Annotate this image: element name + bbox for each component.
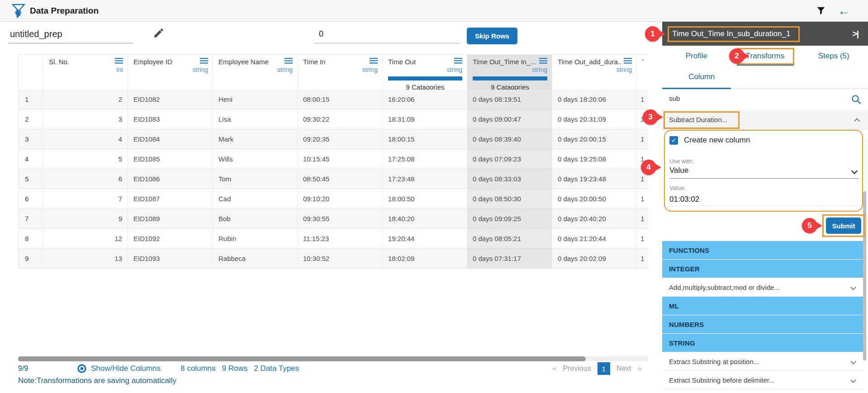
table-row[interactable]: 7 9 EID1089 Bob 09:30:55 18:40:20 0 days… xyxy=(19,209,648,229)
back-arrow-icon[interactable]: ← xyxy=(838,5,850,17)
rows-count[interactable]: 9 Rows xyxy=(222,364,248,373)
data-types-count[interactable]: 2 Data Types xyxy=(254,364,299,373)
tab-profile[interactable]: Profile xyxy=(662,46,731,66)
ti-clipped-cell: 1 xyxy=(637,249,648,269)
employee-name-cell: Lisa xyxy=(213,109,298,129)
transform-search-input[interactable]: sub xyxy=(669,95,680,102)
column-header-time-in[interactable]: Time In string xyxy=(298,55,383,93)
table-row[interactable]: 2 3 EID1083 Lisa 09:30:22 18:31:09 0 day… xyxy=(19,109,648,129)
value-input[interactable]: 01:03:02 xyxy=(669,193,859,206)
table-row[interactable]: 9 13 EID1093 Rabbeca 10:30:52 18:02:09 0… xyxy=(19,249,648,269)
column-header-ti-clipped[interactable]: Ti xyxy=(637,55,648,93)
eye-icon xyxy=(77,364,87,374)
selected-column-title: Time Out_Time In_sub_duration_1 xyxy=(672,29,790,38)
column-header-sl-no[interactable]: Sl. No. int xyxy=(43,55,128,93)
column-menu-icon[interactable] xyxy=(454,58,462,64)
column-menu-icon[interactable] xyxy=(115,58,123,64)
time-in-cell: 10:15:45 xyxy=(298,149,383,169)
skip-rows-input[interactable]: 0 xyxy=(314,25,460,43)
skip-rows-button[interactable]: Skip Rows xyxy=(467,28,517,44)
create-new-column-row[interactable]: ✓ Create new column xyxy=(669,136,750,145)
table-row[interactable]: 5 6 EID1086 Tom 08:50:45 17:23:48 0 days… xyxy=(19,169,648,189)
horizontal-scrollbar-track[interactable] xyxy=(18,356,648,361)
show-hide-columns-button[interactable]: Show/Hide Columns xyxy=(77,364,161,374)
column-menu-icon[interactable] xyxy=(624,58,632,64)
data-table: Sl. No. int Employee ID string Employee … xyxy=(18,54,648,269)
tab-steps[interactable]: Steps (5) xyxy=(799,46,868,66)
current-page-button[interactable]: 1 xyxy=(598,362,610,375)
prep-name-input[interactable]: untitled_prep xyxy=(8,25,133,43)
table-row[interactable]: 1 2 EID1082 Heni 08:00:15 16:20:06 0 day… xyxy=(19,90,648,109)
employee-id-cell: EID1085 xyxy=(128,149,213,169)
panel-scrollbar-thumb[interactable] xyxy=(863,191,866,360)
column-menu-icon[interactable] xyxy=(539,58,547,64)
next-page-button[interactable]: Next xyxy=(617,365,631,373)
time-out-cell: 18:31:09 xyxy=(383,109,467,129)
function-category-row[interactable]: NUMBERS xyxy=(662,315,864,334)
time-out-add-dura-cell: 0 days 20:02:09 xyxy=(552,249,637,269)
time-out-add-dura-cell: 0 days 20:40:20 xyxy=(552,209,637,229)
last-page-arrow[interactable]: » xyxy=(638,364,642,373)
employee-name-cell: Rubin xyxy=(213,229,298,249)
time-out-time-in-cell: 0 days 07:31:17 xyxy=(467,249,552,269)
ti-clipped-cell: 1 xyxy=(637,189,648,209)
time-out-add-dura-cell: 0 days 19:25:08 xyxy=(552,149,637,169)
function-item-row[interactable]: Extract Substring at position... xyxy=(662,352,864,371)
subtab-column[interactable]: Column xyxy=(688,66,715,88)
function-category-row[interactable]: ML xyxy=(662,297,864,315)
time-in-cell: 09:30:55 xyxy=(298,209,383,229)
employee-id-cell: EID1084 xyxy=(128,129,213,149)
table-row[interactable]: 6 7 EID1087 Cad 09:10:20 18:00:50 0 days… xyxy=(19,189,648,209)
first-page-arrow[interactable]: « xyxy=(552,364,556,373)
column-header-employee-name[interactable]: Employee Name string xyxy=(213,55,298,93)
row-index-cell: 5 xyxy=(19,169,43,189)
sl-no-cell: 3 xyxy=(43,109,128,129)
top-bar: Data Preparation ← xyxy=(0,0,868,22)
table-row[interactable]: 3 4 EID1084 Mark 09:20:35 18:00:15 0 day… xyxy=(19,129,648,149)
column-header-time-out[interactable]: Time Out string 9 Catagories xyxy=(383,55,467,93)
sl-no-cell: 12 xyxy=(43,229,128,249)
categories-bar xyxy=(388,76,462,80)
function-item-row[interactable]: Add,multiply,subtract,mod or divide... xyxy=(662,278,864,297)
employee-name-cell: Heni xyxy=(213,90,298,109)
column-menu-icon[interactable] xyxy=(285,58,293,64)
row-index-cell: 3 xyxy=(19,129,43,149)
column-menu-icon[interactable] xyxy=(200,58,208,64)
time-in-cell: 09:30:22 xyxy=(298,109,383,129)
subtract-duration-accordion[interactable]: Subtract Duration... xyxy=(662,110,868,130)
employee-id-cell: EID1083 xyxy=(128,109,213,129)
column-menu-icon[interactable] xyxy=(370,58,378,64)
column-header-time-out-add-dura[interactable]: Time Out_add_dura... string xyxy=(552,55,637,93)
time-out-time-in-cell: 0 days 09:00:47 xyxy=(467,109,552,129)
previous-page-button[interactable]: Previous xyxy=(563,365,591,373)
time-in-cell: 09:10:20 xyxy=(298,189,383,209)
columns-count[interactable]: 8 columns xyxy=(180,364,215,373)
collapse-panel-icon[interactable]: >| xyxy=(853,29,858,39)
function-item-row[interactable]: Extract Substring before delimiter... xyxy=(662,371,864,389)
column-header-employee-id[interactable]: Employee ID string xyxy=(128,55,213,93)
employee-id-cell: EID1086 xyxy=(128,169,213,189)
use-with-select[interactable]: Value xyxy=(669,166,859,179)
filter-icon[interactable] xyxy=(816,6,826,16)
function-category-row[interactable]: STRING xyxy=(662,334,864,352)
row-index-cell: 4 xyxy=(19,149,43,169)
time-out-time-in-cell: 0 days 07:09:23 xyxy=(467,149,552,169)
table-row[interactable]: 4 5 EID1085 Wills 10:15:45 17:25:08 0 da… xyxy=(19,149,648,169)
transform-search-row: sub xyxy=(662,89,868,110)
create-new-column-checkbox[interactable]: ✓ xyxy=(669,136,678,145)
employee-name-cell: Tom xyxy=(213,169,298,189)
ti-clipped-cell: 1 xyxy=(637,129,648,149)
search-icon[interactable] xyxy=(851,94,862,105)
submit-button[interactable]: Submit xyxy=(826,218,861,234)
time-out-cell: 18:00:15 xyxy=(383,129,467,149)
function-category-row[interactable]: FUNCTIONS xyxy=(662,241,864,260)
table-row[interactable]: 8 12 EID1092 Rubin 11:15:23 19:20:44 0 d… xyxy=(19,229,648,249)
function-category-row[interactable]: INTEGER xyxy=(662,260,864,278)
ti-clipped-cell: 1 xyxy=(637,229,648,249)
column-header-time-out-time-in-selected[interactable]: Time Out_Time In_... string 9 Catagories xyxy=(467,55,552,93)
app-logo-funnel-icon xyxy=(12,4,25,18)
horizontal-scrollbar-thumb[interactable] xyxy=(18,356,586,361)
table-footer: 9/9 Show/Hide Columns 8 columns 9 Rows 2… xyxy=(18,362,648,375)
employee-name-cell: Bob xyxy=(213,209,298,229)
edit-pencil-icon[interactable] xyxy=(153,27,165,39)
